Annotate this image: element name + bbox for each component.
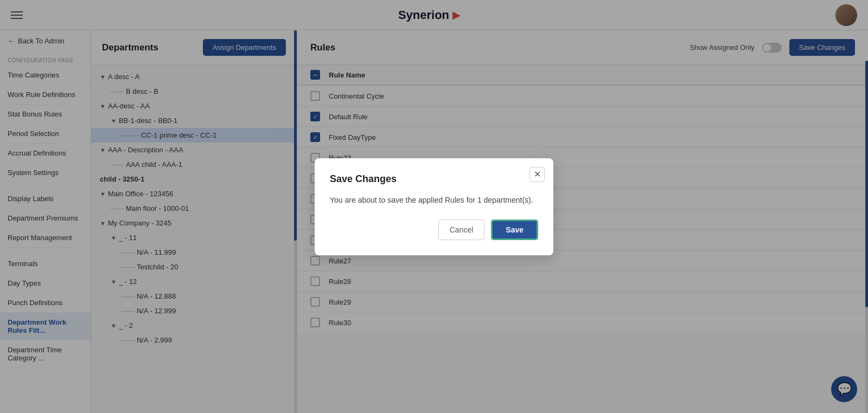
modal-title: Save Changes [330,173,538,185]
modal-close-button[interactable]: ✕ [529,167,545,182]
modal-cancel-button[interactable]: Cancel [438,220,485,240]
modal-save-button[interactable]: Save [491,220,538,240]
save-changes-modal: Save Changes ✕ You are about to save the… [315,158,553,255]
modal-message: You are about to save the applied Rules … [330,196,538,204]
modal-overlay: Save Changes ✕ You are about to save the… [0,0,868,413]
modal-footer: Cancel Save [330,220,538,240]
